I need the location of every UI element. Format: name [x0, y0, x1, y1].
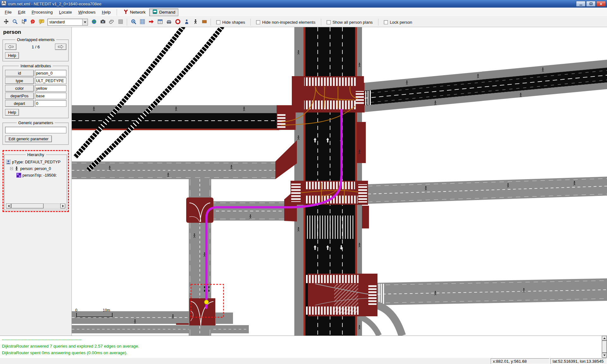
move-view-button[interactable]	[2, 18, 10, 26]
pedestrian-road-mid	[72, 161, 275, 179]
zoom-fit-button[interactable]	[129, 18, 138, 26]
network-mode-button[interactable]: Network	[120, 9, 149, 16]
attr-id-field[interactable]	[35, 70, 66, 76]
overlapped-counter: 1 / 6	[18, 45, 54, 49]
stop-button[interactable]	[174, 18, 182, 26]
grid-button[interactable]	[138, 18, 146, 26]
dropdown-arrow-button[interactable]	[82, 19, 88, 25]
comment-bubble-icon	[39, 19, 44, 26]
stop-icon	[175, 19, 181, 26]
menu-file[interactable]: File	[2, 9, 15, 16]
walking-person-icon	[193, 19, 198, 26]
triangle-down-icon	[603, 355, 606, 356]
group-label: Hierarchy	[26, 153, 46, 157]
hierarchy-label: personTrip: -19508:	[22, 173, 57, 178]
placeholder-button[interactable]	[116, 18, 125, 26]
menu-processing[interactable]: Processing	[29, 9, 56, 16]
globe-icon	[91, 19, 97, 26]
vehicle-button[interactable]	[165, 18, 173, 26]
scrollbar-track[interactable]	[11, 203, 60, 209]
link-button[interactable]	[107, 18, 116, 26]
cursor-icon	[21, 19, 27, 26]
checkbox-hide-shapes[interactable]: Hide shapes	[216, 20, 245, 25]
checkbox-icon[interactable]	[216, 20, 220, 24]
person-type-button[interactable]	[182, 18, 191, 26]
attr-type-field[interactable]	[35, 77, 66, 84]
paperclip-icon	[109, 19, 114, 26]
generic-parameters-field[interactable]	[5, 127, 66, 133]
selected-small-junction	[189, 298, 215, 325]
triangle-left-icon	[8, 205, 9, 207]
checkbox-icon[interactable]	[256, 20, 260, 24]
hierarchy-label: person: person_0	[20, 167, 51, 171]
mode-dropdown[interactable]: standard	[47, 19, 88, 26]
ptype-icon	[6, 160, 11, 164]
demand-label: Demand	[159, 10, 175, 15]
attr-type-button[interactable]: type	[5, 77, 34, 84]
person-mode-button[interactable]	[191, 18, 199, 26]
edit-generic-parameter-button[interactable]: Edit generic parameter	[5, 136, 52, 142]
hierarchy-item-person[interactable]: person: person_0	[6, 165, 65, 172]
hierarchy-horizontal-scrollbar[interactable]	[6, 203, 65, 209]
attr-color-field[interactable]	[35, 85, 66, 92]
side-area	[357, 122, 366, 163]
scrollbar-thumb[interactable]	[602, 341, 607, 353]
attr-id-button[interactable]: id	[5, 70, 34, 76]
hierarchy-item-ptype[interactable]: pType: DEFAULT_PEDTYP	[6, 159, 65, 165]
titlebar: osm.net.xml - NETEDIT v1_2_0+1640-eceea7…	[0, 0, 607, 8]
close-button[interactable]: ×	[596, 1, 606, 7]
attr-departpos-field[interactable]	[35, 93, 66, 99]
maximize-button[interactable]	[586, 1, 596, 7]
vehicle-icon	[166, 19, 172, 26]
scroll-right-button[interactable]	[60, 203, 65, 209]
checkbox-lock-person[interactable]: Lock person	[384, 20, 412, 25]
separator	[250, 19, 251, 26]
inspect-button[interactable]	[20, 18, 28, 26]
screenshot-button[interactable]	[99, 18, 107, 26]
person-marker[interactable]	[204, 300, 209, 304]
menu-locate[interactable]: Locate	[56, 9, 75, 16]
toolbar: ? standard Hide shapes Hide non-inspecte…	[0, 17, 607, 27]
minimize-button[interactable]	[576, 1, 586, 7]
previous-element-button[interactable]	[5, 44, 16, 50]
map-canvas[interactable]: 0 10m	[72, 27, 607, 336]
scroll-down-button[interactable]	[602, 353, 607, 358]
menu-edit[interactable]: Edit	[15, 9, 28, 16]
zoom-button[interactable]	[11, 18, 19, 26]
help-bubble-button[interactable]: ?	[28, 18, 37, 26]
demand-arrow-button[interactable]	[147, 18, 155, 26]
overlapped-help-button[interactable]: Help	[5, 52, 19, 59]
attr-color-button[interactable]: color	[5, 85, 34, 92]
attr-departpos-button[interactable]: departPos	[5, 93, 34, 99]
table-button[interactable]	[156, 18, 164, 26]
maximize-icon	[590, 3, 592, 5]
demand-mode-button[interactable]: Demand	[149, 9, 178, 16]
scroll-up-button[interactable]	[602, 336, 607, 341]
attr-depart-button[interactable]: depart	[5, 100, 34, 107]
scroll-left-button[interactable]	[6, 203, 11, 209]
attr-depart-field[interactable]	[35, 100, 66, 107]
locate-globe-button[interactable]	[90, 18, 98, 26]
menu-help[interactable]: Help	[99, 9, 113, 16]
checkbox-icon[interactable]	[384, 20, 388, 24]
menubar: File Edit Processing Locate Windows Help…	[0, 8, 607, 17]
scrollbar-thumb[interactable]	[11, 203, 44, 209]
next-element-button[interactable]	[55, 44, 66, 50]
collapse-expander-icon[interactable]	[10, 167, 13, 170]
network-view[interactable]: 0 10m	[72, 27, 607, 336]
internal-attributes-group: Internal attributes id type color depart…	[3, 66, 69, 118]
checkbox-hide-non-inspected[interactable]: Hide non-inspected elements	[256, 20, 315, 25]
comment-bubble-button[interactable]	[37, 18, 46, 26]
log-vertical-scrollbar[interactable]	[602, 336, 607, 358]
checkbox-icon[interactable]	[327, 20, 331, 24]
container-button[interactable]	[200, 18, 208, 26]
menu-windows[interactable]: Windows	[75, 9, 98, 16]
attributes-help-button[interactable]: Help	[5, 109, 19, 116]
checkbox-show-person-plans[interactable]: Show all person plans	[327, 20, 373, 25]
red-arrow-icon	[149, 19, 154, 26]
pedestrian-road-h	[210, 201, 287, 221]
statusbar: x:882.01, y:561.68 lat:52.516391, lon:13…	[0, 358, 607, 364]
scale-distance-label: 10m	[103, 308, 110, 312]
svg-text:?: ?	[32, 20, 33, 23]
hierarchy-item-persontrip[interactable]: personTrip: -19508:	[6, 172, 65, 179]
